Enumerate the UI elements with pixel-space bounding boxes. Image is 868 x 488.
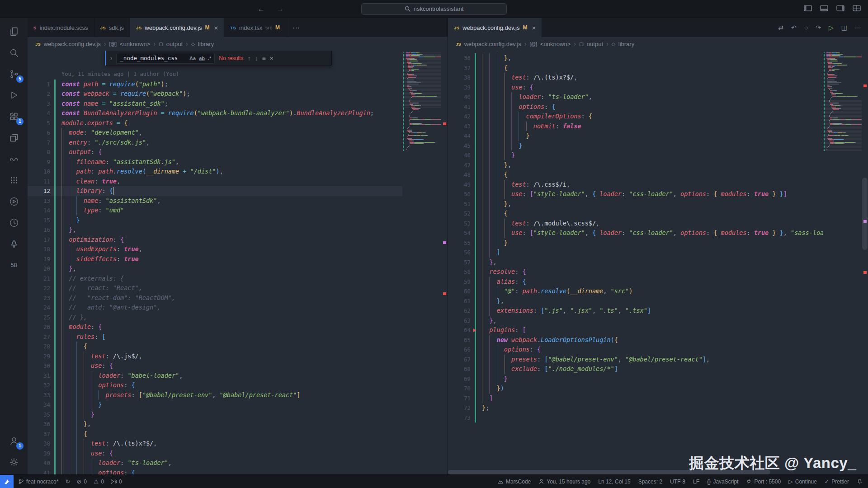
code-line-29[interactable]: 29 test: /\.js$/, (28, 352, 402, 361)
code-line-52[interactable]: 52 { (448, 209, 823, 219)
code-line-18[interactable]: 18 usedExports: true, (28, 244, 402, 254)
breadcrumb-item-output[interactable]: output (166, 41, 183, 47)
encoding[interactable]: UTF-8 (670, 479, 685, 485)
indentation[interactable]: Spaces: 2 (638, 479, 662, 485)
code-line-41[interactable]: 41 options: { (28, 468, 402, 475)
close-tab-icon[interactable]: × (214, 24, 218, 32)
code-area[interactable]: You, 11 minutes ago | 1 author (You)1con… (28, 51, 402, 474)
history-forward-icon[interactable]: → (277, 5, 284, 13)
code-line-38[interactable]: 38 test: /\.(ts)x?$/, (28, 439, 402, 449)
code-line-59[interactable]: 59 alias: { (448, 277, 823, 287)
navigate-back-icon[interactable]: ↶ (791, 24, 797, 31)
code-line-17[interactable]: 17 optimization: { (28, 235, 402, 245)
code-line-16[interactable]: 16 }, (28, 225, 402, 235)
tab-webpack-config-dev-js[interactable]: JSwebpack.config.dev.jsM× (130, 18, 224, 37)
code-line-7[interactable]: 7 entry: "./src/sdk.js", (28, 138, 402, 148)
code-line-45[interactable]: 45 } (448, 141, 823, 151)
code-line-36[interactable]: 36 }, (28, 419, 402, 429)
activity-item-source-control[interactable]: 5 (0, 63, 28, 84)
code-line-42[interactable]: 42 compilerOptions: { (448, 112, 823, 122)
code-line-15[interactable]: 15 } (28, 216, 402, 225)
activity-item-remote-explorer[interactable] (0, 127, 28, 148)
code-line-10[interactable]: 10 path: path.resolve(__dirname + "/dist… (28, 167, 402, 177)
code-line-14[interactable]: 14 type: "umd" (28, 206, 402, 216)
layout-sidebar-right-icon[interactable] (836, 5, 844, 13)
run-file-icon[interactable]: ▷ (829, 24, 834, 31)
code-line-67[interactable]: 67 presets: ["@babel/preset-env", "@babe… (448, 355, 823, 365)
code-line-70[interactable]: 70 }) (448, 384, 823, 394)
match-case-icon[interactable]: Aa (189, 56, 196, 61)
code-line-48[interactable]: 48 { (448, 170, 823, 180)
code-line-20[interactable]: 20 }, (28, 264, 402, 274)
code-line-41[interactable]: 41 options: { (448, 102, 823, 112)
breadcrumb-item-file[interactable]: webpack.config.dev.js (44, 41, 101, 47)
code-line-23[interactable]: 23 // "react-dom": "ReactDOM", (28, 293, 402, 303)
previous-match-icon[interactable]: ↑ (247, 55, 250, 62)
whole-word-icon[interactable]: ab (199, 56, 205, 61)
code-line-63[interactable]: 63 }, (448, 316, 823, 326)
git-branch[interactable]: feat-nocraco* (18, 479, 58, 485)
activity-item-apps[interactable] (0, 169, 28, 191)
activity-item-counter[interactable]: 58 (0, 254, 28, 276)
code-line-1[interactable]: 1const path = require("path"); (28, 80, 402, 89)
marscode-logo[interactable] (0, 475, 14, 488)
code-line-28[interactable]: 28 { (28, 342, 402, 352)
activity-item-search[interactable] (0, 42, 28, 63)
activity-item-settings[interactable] (0, 451, 28, 473)
activity-item-history[interactable] (0, 212, 28, 233)
code-line-49[interactable]: 49 test: /\.css$/i, (448, 180, 823, 190)
breadcrumb-item-symbol[interactable]: <unknown> (120, 41, 150, 47)
code-line-66[interactable]: 66 options: { (448, 345, 823, 355)
code-line-3[interactable]: 3const name = "assistant_sdk"; (28, 99, 402, 109)
breadcrumb-item-file[interactable]: webpack.config.dev.js (464, 41, 521, 47)
layout-customize-icon[interactable] (853, 5, 861, 13)
code-line-4[interactable]: 4const BundleAnalyzerPlugin = require("w… (28, 108, 402, 118)
more-tabs-button[interactable]: ⋯ (287, 23, 305, 32)
minimap[interactable] (824, 52, 862, 474)
code-line-62[interactable]: 62 extensions: [".js", ".jsx", ".ts", ".… (448, 306, 823, 316)
code-line-56[interactable]: 56 ] (448, 248, 823, 258)
code-line-39[interactable]: 39 use: { (448, 83, 823, 93)
warnings[interactable]: ⚠0 (94, 478, 104, 485)
find-query[interactable]: _node_modules_css (120, 55, 186, 61)
code-line-31[interactable]: 31 loader: "babel-loader", (28, 371, 402, 381)
notifications[interactable] (857, 479, 863, 484)
code-line-32[interactable]: 32 options: { (28, 380, 402, 390)
code-line-30[interactable]: 30 use: { (28, 361, 402, 371)
ports[interactable]: 0 (111, 479, 122, 485)
tab-sdk-js[interactable]: JSsdk.js (94, 18, 130, 37)
code-line-11[interactable]: 11 clean: true, (28, 177, 402, 187)
breadcrumb-item-output[interactable]: output (587, 41, 603, 47)
next-match-icon[interactable]: ↓ (255, 55, 258, 62)
breadcrumb-item-library[interactable]: library (618, 41, 634, 47)
code-line-6[interactable]: 6 mode: "development", (28, 128, 402, 138)
code-line-8[interactable]: 8 output: { (28, 147, 402, 157)
navigate-forward-icon[interactable]: ↷ (816, 24, 821, 31)
code-line-34[interactable]: 34 } (28, 400, 402, 410)
code-line-50[interactable]: 50 use: ["style-loader", { loader: "css-… (448, 189, 823, 199)
code-line-38[interactable]: 38 test: /\.(ts)x?$/, (448, 73, 823, 83)
code-line-25[interactable]: 25 // }, (28, 313, 402, 323)
code-line-61[interactable]: 61 }, (448, 296, 823, 306)
code-line-64[interactable]: 64 plugins: [ (448, 325, 823, 335)
regex-icon[interactable]: .* (208, 56, 211, 61)
command-center-search[interactable]: riskcontrolassistant (361, 3, 507, 15)
split-editor-icon[interactable]: ◫ (841, 24, 847, 31)
errors[interactable]: ⊘0 (77, 478, 87, 485)
tab-webpack-config-dev-js[interactable]: JSwebpack.config.dev.jsM× (448, 18, 542, 37)
sync-changes[interactable]: ↻ (65, 478, 70, 485)
code-line-40[interactable]: 40 loader: "ts-loader", (448, 92, 823, 102)
activity-item-ai-assistant[interactable] (0, 148, 28, 169)
code-line-43[interactable]: 43 noEmit: false (448, 122, 823, 131)
code-area[interactable]: 36 },37 {38 test: /\.(ts)x?$/,39 use: {4… (448, 51, 823, 474)
code-line-46[interactable]: 46 } (448, 150, 823, 160)
layout-sidebar-left-icon[interactable] (804, 5, 812, 13)
editor-right[interactable]: 36 },37 {38 test: /\.(ts)x?$/,39 use: {4… (448, 51, 868, 474)
code-line-37[interactable]: 37 { (28, 429, 402, 439)
activity-item-run-profile[interactable] (0, 191, 28, 212)
live-server-port[interactable]: Port : 5500 (746, 479, 781, 485)
code-line-65[interactable]: 65 new webpack.LoaderOptionsPlugin({ (448, 335, 823, 345)
code-line-54[interactable]: 54 use: ["style-loader", { loader: "css-… (448, 228, 823, 238)
code-line-69[interactable]: 69 } (448, 374, 823, 384)
code-line-44[interactable]: 44 } (448, 131, 823, 141)
